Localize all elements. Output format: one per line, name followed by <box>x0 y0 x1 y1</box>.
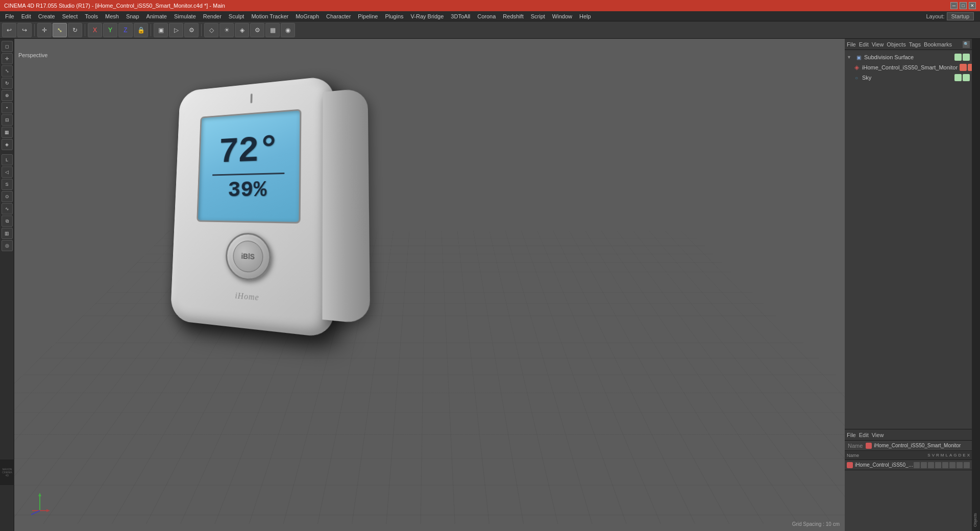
attr-icon-3[interactable] <box>928 462 934 468</box>
left-tool-17[interactable]: ◎ <box>2 240 13 251</box>
light-button[interactable]: ☀ <box>219 23 234 37</box>
left-tool-16[interactable]: ▥ <box>2 228 13 239</box>
layout-dropdown[interactable]: Startup <box>947 12 974 20</box>
attr-file-menu[interactable]: File <box>847 432 856 438</box>
obj-render-btn-ss[interactable] <box>963 54 970 61</box>
menu-create[interactable]: Create <box>35 12 58 20</box>
maximize-button[interactable]: □ <box>960 2 967 9</box>
obj-subdivision-surface[interactable]: ▼ ▣ Subdivision Surface <box>845 52 972 62</box>
left-tool-14[interactable]: ∿ <box>2 203 13 214</box>
menu-pipeline[interactable]: Pipeline <box>355 12 381 20</box>
obj-tags-menu[interactable]: Tags <box>909 41 921 47</box>
obj-file-menu[interactable]: File <box>847 41 856 47</box>
x-axis-button[interactable]: X <box>88 23 102 37</box>
z-axis-button[interactable]: Z <box>118 23 133 37</box>
left-tool-7[interactable]: ⊟ <box>2 114 13 126</box>
attr-edit-menu[interactable]: Edit <box>859 432 869 438</box>
menu-snap[interactable]: Snap <box>123 12 142 20</box>
toolbar-separator-3 <box>151 24 151 36</box>
maxon-text: MAXONCINEMA4D <box>2 468 12 477</box>
left-tool-8[interactable]: ▦ <box>2 127 13 138</box>
left-tool-4[interactable]: ↻ <box>2 78 13 89</box>
left-tool-5[interactable]: ⊕ <box>2 90 13 101</box>
attr-icon-4[interactable] <box>935 462 941 468</box>
obj-objects-menu[interactable]: Objects <box>887 41 905 47</box>
perspective-btn[interactable]: ◇ <box>204 23 218 37</box>
attr-icon-1[interactable] <box>914 462 920 468</box>
menu-file[interactable]: File <box>2 12 17 20</box>
side-tab-objects[interactable]: Objects <box>972 41 978 529</box>
left-tool-13[interactable]: ⊙ <box>2 191 13 202</box>
menu-motiontracke[interactable]: Motion Tracker <box>248 12 291 20</box>
obj-bookmarks-menu[interactable]: Bookmarks <box>924 41 952 47</box>
left-tool-1[interactable]: ◻ <box>2 41 13 52</box>
rotate-tool-button[interactable]: ↻ <box>68 23 82 37</box>
menu-vraybridge[interactable]: V-Ray Bridge <box>408 12 447 20</box>
filter-button[interactable]: ⚙ <box>250 23 264 37</box>
render-settings-button[interactable]: ⚙ <box>184 23 199 37</box>
left-tool-9[interactable]: ◈ <box>2 139 13 150</box>
thermostat-screen: 72° 39% <box>197 109 301 223</box>
minimize-button[interactable]: ─ <box>950 2 958 9</box>
undo-button[interactable]: ↩ <box>2 23 16 37</box>
left-tool-2[interactable]: ✛ <box>2 53 13 64</box>
menu-tools[interactable]: Tools <box>82 12 101 20</box>
attr-selected-row[interactable]: iHome_Control_iSS50_Smart_Monitor <box>845 460 972 470</box>
viewport-scene[interactable]: Perspective 72° 39% iBlS iHome <box>14 39 845 531</box>
close-button[interactable]: ✕ <box>969 2 976 9</box>
obj-expand-icon[interactable]: ▼ <box>847 55 853 60</box>
obj-edit-menu[interactable]: Edit <box>859 41 869 47</box>
menu-simulate[interactable]: Simulate <box>171 12 199 20</box>
obj-ihome-model[interactable]: ◈ iHome_Control_iSS50_Smart_Monitor <box>845 62 972 73</box>
menu-sculpt[interactable]: Sculpt <box>226 12 248 20</box>
menu-animate[interactable]: Animate <box>143 12 170 20</box>
redo-button[interactable]: ↪ <box>17 23 32 37</box>
attr-selected-color <box>847 462 853 468</box>
obj-render-btn-ihome[interactable] <box>968 64 972 71</box>
obj-view-menu[interactable]: View <box>872 41 884 47</box>
y-axis-button[interactable]: Y <box>103 23 117 37</box>
render-button[interactable]: ▷ <box>169 23 183 37</box>
obj-vis-btn-ihome[interactable] <box>960 64 967 71</box>
view-button[interactable]: ▦ <box>265 23 280 37</box>
display-button[interactable]: ◈ <box>235 23 249 37</box>
lock-button[interactable]: 🔒 <box>134 23 148 37</box>
obj-search-icon[interactable]: 🔍 <box>963 41 970 48</box>
attr-icon-5[interactable] <box>942 462 948 468</box>
obj-vis-btn-ss[interactable] <box>954 54 962 61</box>
obj-vis-btn-sky[interactable] <box>954 74 962 81</box>
attr-view-menu[interactable]: View <box>872 432 884 438</box>
viewport[interactable]: View Cameras Display Options Filter Pane… <box>14 39 845 531</box>
attr-icon-7[interactable] <box>957 462 963 468</box>
menu-character[interactable]: Character <box>323 12 354 20</box>
left-tool-3[interactable]: ⤡ <box>2 65 13 77</box>
menu-render[interactable]: Render <box>200 12 225 20</box>
obj-sky[interactable]: ○ Sky <box>845 73 972 83</box>
scale-tool-button[interactable]: ⤡ <box>53 23 67 37</box>
left-tool-10[interactable]: L <box>2 154 13 165</box>
menu-edit[interactable]: Edit <box>18 12 34 20</box>
menu-mesh[interactable]: Mesh <box>102 12 122 20</box>
left-tool-11[interactable]: ◁ <box>2 166 13 178</box>
left-tool-12[interactable]: S <box>2 179 13 190</box>
menu-mograph[interactable]: MoGraph <box>292 12 322 20</box>
dial-inner: iBlS <box>233 240 263 273</box>
left-toolbar: ◻ ✛ ⤡ ↻ ⊕ • ⊟ ▦ ◈ L ◁ S ⊙ ∿ ⧉ ▥ ◎ MAXONC… <box>0 39 14 531</box>
attr-icon-6[interactable] <box>949 462 955 468</box>
render-region-button[interactable]: ▣ <box>154 23 168 37</box>
menu-window[interactable]: Window <box>549 12 575 20</box>
menu-select[interactable]: Select <box>59 12 81 20</box>
obj-render-btn-sky[interactable] <box>963 74 970 81</box>
left-tool-15[interactable]: ⧉ <box>2 215 13 227</box>
material-btn[interactable]: ◉ <box>281 23 295 37</box>
attr-icon-8[interactable] <box>964 462 970 468</box>
left-tool-6[interactable]: • <box>2 102 13 113</box>
menu-plugins[interactable]: Plugins <box>382 12 406 20</box>
menu-3dtoall[interactable]: 3DToAll <box>448 12 473 20</box>
attr-icon-2[interactable] <box>921 462 927 468</box>
menu-script[interactable]: Script <box>528 12 548 20</box>
menu-help[interactable]: Help <box>576 12 594 20</box>
menu-redshift[interactable]: Redshift <box>500 12 526 20</box>
menu-corona[interactable]: Corona <box>474 12 499 20</box>
move-tool-button[interactable]: ✛ <box>37 23 52 37</box>
